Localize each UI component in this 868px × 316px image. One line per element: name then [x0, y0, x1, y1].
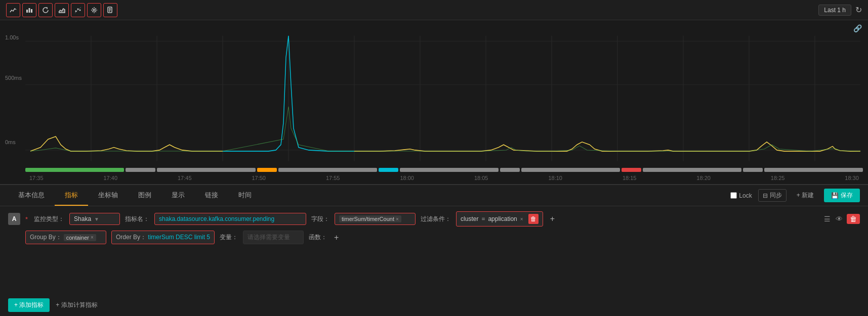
y-label-1s: 1.00s [5, 34, 19, 40]
tab-list: 基本信息 指标 坐标轴 图例 显示 链接 时间 [8, 186, 262, 206]
field-label: 字段： [311, 215, 329, 223]
bottom-actions: + 添加指标 + 添加计算指标 [0, 294, 868, 316]
document-btn[interactable] [103, 3, 117, 17]
group-by-field[interactable]: Group By： container × [25, 231, 106, 244]
row-actions: ☰ 👁 🗑 [823, 214, 860, 224]
filter-value-close[interactable]: × [520, 216, 523, 222]
filter-label: 过滤条件： [421, 215, 451, 223]
group-by-tag: container × [64, 234, 96, 241]
svg-rect-0 [26, 10, 28, 13]
refresh-icon[interactable]: ↻ [855, 5, 862, 15]
row-delete-button[interactable]: 🗑 [847, 214, 860, 224]
bar-chart-btn[interactable] [22, 3, 36, 17]
func-add-button[interactable]: + [332, 233, 341, 242]
add-calc-metric-button[interactable]: + 添加计算指标 [56, 298, 97, 312]
add-calc-label: + 添加计算指标 [56, 301, 97, 309]
add-metric-button[interactable]: + 添加指标 [8, 298, 50, 312]
x-label-1810: 18:10 [548, 175, 562, 181]
x-label-1750: 17:50 [252, 175, 266, 181]
chart-area: 🔗 1.00s 500ms 0ms [0, 20, 868, 185]
row-menu-button[interactable]: ☰ [823, 214, 832, 224]
sync-label: 同步 [770, 191, 782, 200]
tab-axes[interactable]: 坐标轴 [88, 186, 128, 206]
tab-legend[interactable]: 图例 [128, 186, 161, 206]
filter-delete-button[interactable]: 🗑 [528, 214, 539, 224]
area-chart-btn[interactable] [55, 3, 69, 17]
add-metric-label: + 添加指标 [14, 301, 44, 309]
group-by-value: container [66, 235, 89, 241]
y-label-500ms: 500ms [5, 75, 22, 81]
group-by-tag-close[interactable]: × [91, 235, 94, 240]
x-label-1825: 18:25 [771, 175, 785, 181]
metric-row-a-details: Group By： container × Order By： timerSum… [8, 231, 860, 244]
tab-links[interactable]: 链接 [195, 186, 228, 206]
tab-metrics[interactable]: 指标 [55, 186, 88, 206]
x-label-1755: 17:55 [326, 175, 340, 181]
new-label: + 新建 [797, 191, 814, 200]
required-star: * [25, 215, 28, 223]
time-range-selector[interactable]: Last 1 h [818, 5, 851, 16]
group-by-label: Group By： [30, 233, 62, 242]
metric-row-a: A * 监控类型： Shaka ▼ 指标名： shaka.datasource.… [8, 211, 860, 227]
lock-check[interactable]: Lock [730, 192, 752, 199]
line-chart-btn[interactable] [6, 3, 20, 17]
svg-rect-1 [29, 8, 30, 13]
field-tag-value: timerSum/timerCount [342, 216, 394, 222]
tab-bar: 基本信息 指标 坐标轴 图例 显示 链接 时间 Lock ⊟ 同步 + 新建 💾… [0, 185, 868, 206]
variable-label: 变量： [220, 233, 238, 242]
svg-point-5 [79, 9, 81, 11]
type-label: 监控类型： [34, 215, 64, 223]
x-label-1740: 17:40 [103, 175, 117, 181]
top-toolbar: Last 1 h ↻ [0, 0, 868, 20]
metric-name-field[interactable]: shaka.datasource.kafka.consumer.pending [154, 213, 306, 225]
config-content: A * 监控类型： Shaka ▼ 指标名： shaka.datasource.… [0, 206, 868, 294]
chart-svg [0, 30, 868, 172]
toolbar-left [6, 3, 117, 17]
sync-icon: ⊟ [763, 192, 768, 199]
toolbar-right: Last 1 h ↻ [818, 5, 862, 16]
filter-eq: = [481, 215, 485, 222]
tab-time[interactable]: 时间 [228, 186, 262, 206]
chart-link-icon[interactable]: 🔗 [853, 24, 862, 32]
tab-basic-info[interactable]: 基本信息 [8, 186, 55, 206]
field-tag-field[interactable]: timerSum/timerCount × [335, 213, 416, 225]
order-by-field[interactable]: Order By： timerSum DESC limit 5 [111, 231, 215, 244]
field-tag-close[interactable]: × [396, 216, 399, 222]
row-eye-button[interactable]: 👁 [835, 214, 844, 224]
tab-actions: Lock ⊟ 同步 + 新建 💾 保存 [730, 189, 860, 202]
x-label-1735: 17:35 [29, 175, 44, 181]
lock-checkbox[interactable] [730, 192, 737, 199]
refresh-chart-btn[interactable] [38, 3, 53, 17]
chevron-down-icon: ▼ [94, 216, 99, 222]
x-label-1805: 18:05 [474, 175, 488, 181]
x-label-1745: 17:45 [178, 175, 192, 181]
monitor-type-value: Shaka [74, 215, 91, 222]
metric-name-label: 指标名： [125, 215, 149, 223]
save-label: 保存 [841, 191, 853, 200]
filter-value: application [488, 215, 517, 222]
new-button[interactable]: + 新建 [793, 190, 818, 201]
save-button[interactable]: 💾 保存 [824, 189, 860, 202]
order-by-value: timerSum DESC limit 5 [148, 234, 210, 241]
field-tag: timerSum/timerCount × [339, 215, 401, 222]
save-icon: 💾 [831, 192, 839, 199]
svg-point-7 [93, 9, 95, 11]
scatter-chart-btn[interactable] [71, 3, 85, 17]
variable-select[interactable]: 请选择需要变量 [243, 231, 304, 244]
x-axis-labels: 17:35 17:40 17:45 17:50 17:55 18:00 18:0… [25, 174, 863, 182]
y-label-0ms: 0ms [5, 139, 16, 145]
svg-rect-2 [31, 9, 32, 13]
x-label-1800: 18:00 [400, 175, 414, 181]
settings-chart-btn[interactable] [87, 3, 101, 17]
x-label-1830: 18:30 [845, 175, 859, 181]
sync-button[interactable]: ⊟ 同步 [758, 189, 787, 202]
func-label: 函数： [309, 233, 327, 242]
tab-display[interactable]: 显示 [161, 186, 195, 206]
monitor-type-select[interactable]: Shaka ▼ [69, 213, 120, 225]
lock-label: Lock [739, 192, 752, 199]
filter-group[interactable]: cluster = application × 🗑 [456, 211, 543, 227]
add-filter-button[interactable]: + [548, 214, 557, 223]
config-panel: 基本信息 指标 坐标轴 图例 显示 链接 时间 Lock ⊟ 同步 + 新建 💾… [0, 185, 868, 316]
filter-key: cluster [461, 215, 478, 222]
order-by-label: Order By： [116, 234, 146, 241]
